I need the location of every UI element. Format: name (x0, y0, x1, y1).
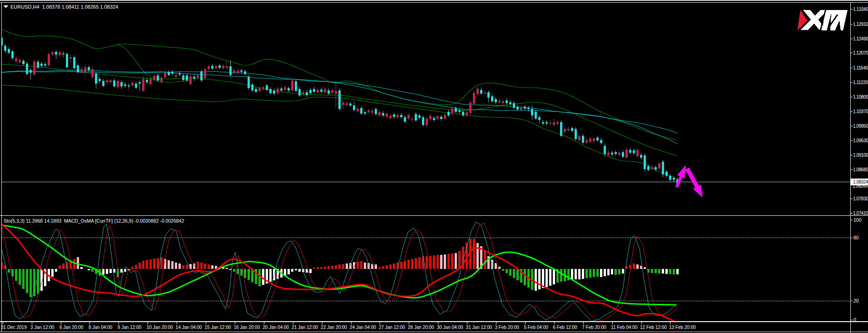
svg-text:5 Feb 04:00: 5 Feb 04:00 (524, 325, 548, 330)
svg-text:3 Jan 12:00: 3 Jan 12:00 (30, 325, 55, 330)
svg-text:1.09530: 1.09530 (853, 138, 868, 143)
svg-text:1.12910: 1.12910 (853, 22, 868, 27)
svg-text:31 Jan 12:00: 31 Jan 12:00 (466, 325, 492, 330)
svg-text:0: 0 (853, 317, 856, 323)
svg-text:21 Jan 12:00: 21 Jan 12:00 (292, 325, 318, 330)
svg-text:22 Jan 20:00: 22 Jan 20:00 (321, 325, 347, 330)
svg-text:10 Jan 20:00: 10 Jan 20:00 (147, 325, 173, 330)
svg-text:6 Feb 12:00: 6 Feb 12:00 (553, 325, 577, 330)
svg-text:13 Feb 20:00: 13 Feb 20:00 (669, 325, 696, 330)
svg-text:1.12490: 1.12490 (853, 36, 868, 41)
svg-text:80: 80 (853, 235, 859, 240)
svg-text:16 Jan 20:00: 16 Jan 20:00 (233, 325, 260, 330)
svg-text:1.07830: 1.07830 (853, 196, 868, 201)
svg-text:9 Jan 12:00: 9 Jan 12:00 (118, 325, 142, 330)
svg-text:EURUSD,H4 1.08378 1.08411 1.0: EURUSD,H4 1.08378 1.08411 1.08265 1.0832… (10, 4, 118, 10)
svg-text:1.12070: 1.12070 (853, 50, 868, 55)
svg-text:3 Feb 20:00: 3 Feb 20:00 (495, 325, 520, 330)
svg-text:1.13340: 1.13340 (853, 7, 868, 12)
svg-text:1.10370: 1.10370 (853, 109, 868, 114)
svg-text:1.07410: 1.07410 (853, 211, 868, 216)
svg-text:1.08680: 1.08680 (853, 167, 868, 172)
svg-text:31 Dec 2019: 31 Dec 2019 (1, 325, 27, 330)
svg-text:8 Jan 04:00: 8 Jan 04:00 (89, 325, 113, 330)
svg-text:12 Feb 12:00: 12 Feb 12:00 (640, 325, 667, 330)
svg-text:1.11640: 1.11640 (853, 65, 868, 70)
svg-text:7 Feb 20:00: 7 Feb 20:00 (582, 325, 606, 330)
svg-text:1.09950: 1.09950 (853, 124, 868, 129)
svg-text:1.11220: 1.11220 (853, 80, 868, 85)
svg-text:1.08324: 1.08324 (853, 179, 868, 184)
svg-text:15 Jan 12:00: 15 Jan 12:00 (205, 325, 231, 330)
svg-text:20 Jan 04:00: 20 Jan 04:00 (263, 325, 289, 330)
svg-text:28 Jan 20:00: 28 Jan 20:00 (408, 325, 434, 330)
svg-text:24 Jan 04:00: 24 Jan 04:00 (350, 325, 376, 330)
svg-text:30 Jan 04:00: 30 Jan 04:00 (437, 325, 463, 330)
svg-text:14 Jan 04:00: 14 Jan 04:00 (176, 325, 202, 330)
svg-text:1.09100: 1.09100 (853, 153, 868, 158)
svg-text:6 Jan 20:00: 6 Jan 20:00 (60, 325, 84, 330)
svg-text:20: 20 (853, 298, 859, 303)
svg-text:1.10800: 1.10800 (853, 94, 868, 99)
svg-text:27 Jan 12:00: 27 Jan 12:00 (379, 325, 405, 330)
svg-text:100: 100 (853, 217, 862, 223)
svg-text:11 Feb 04:00: 11 Feb 04:00 (611, 325, 638, 330)
svg-text:Sto(5,3,3) 11.3968 14.1893 MA: Sto(5,3,3) 11.3968 14.1893 MACD_OsMA [Cu… (4, 218, 184, 224)
